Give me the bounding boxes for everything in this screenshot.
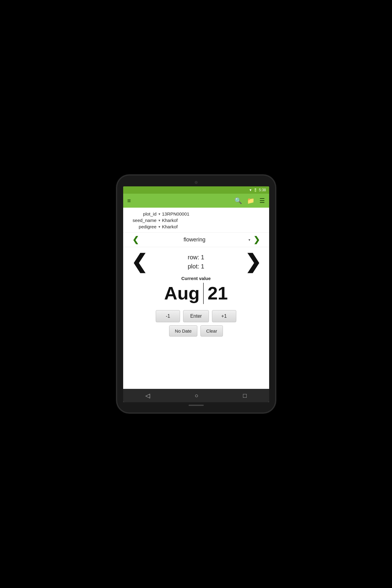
clear-button[interactable]: Clear [200,325,223,337]
plot-id-value: 13RPN00001 [162,211,189,216]
secondary-button-row: No Date Clear [123,324,269,341]
status-bar: ▼ 🔋 5:38 [123,186,269,194]
trait-name-label: flowering [142,237,247,243]
pedigree-label: pedigree [129,224,157,229]
device: ▼ 🔋 5:38 ≡ 🔍 📁 ☰ plot_id ▾ 13RPN00001 [117,175,275,413]
enter-button[interactable]: Enter [183,310,209,322]
seed-name-label: seed_name [129,218,157,223]
primary-button-row: -1 Enter +1 [123,307,269,324]
plot-info: row: 1 plot: 1 [152,253,240,271]
plot-prev-button[interactable]: ❮ [126,252,152,272]
home-indicator [189,405,204,406]
info-row-plot-id: plot_id ▾ 13RPN00001 [129,211,263,216]
trait-next-button[interactable]: ❯ [250,235,263,244]
date-display: Aug 21 [129,283,263,304]
status-icons: ▼ 🔋 5:38 [249,188,266,192]
plot-number: plot: 1 [152,262,240,271]
plot-next-button[interactable]: ❯ [240,252,266,272]
pedigree-value: Kharkof [162,224,178,229]
plus-one-button[interactable]: +1 [212,310,236,322]
info-section: plot_id ▾ 13RPN00001 seed_name ▾ Kharkof… [123,208,269,232]
menu-icon[interactable]: ≡ [127,197,131,204]
recents-button[interactable]: □ [243,392,247,399]
minus-one-button[interactable]: -1 [156,310,180,322]
info-row-pedigree: pedigree ▾ Kharkof [129,224,263,229]
current-value-label: Current value [129,276,263,281]
battery-icon: 🔋 [253,188,258,192]
row-number: row: 1 [152,253,240,262]
content-area: plot_id ▾ 13RPN00001 seed_name ▾ Kharkof… [123,208,269,389]
seed-name-arrow: ▾ [158,218,160,223]
search-icon[interactable]: 🔍 [234,197,242,204]
plot-id-label: plot_id [129,211,157,216]
date-day: 21 [207,284,228,303]
home-button[interactable]: ○ [195,392,198,399]
toolbar: ≡ 🔍 📁 ☰ [123,194,269,208]
plot-navigation: ❮ row: 1 plot: 1 ❯ [123,247,269,274]
plot-id-arrow: ▾ [158,212,160,216]
trait-prev-button[interactable]: ❮ [129,235,142,244]
back-button[interactable]: ◁ [145,392,150,399]
no-date-button[interactable]: No Date [169,325,197,337]
current-value-section: Current value Aug 21 [123,274,269,307]
seed-name-value: Kharkof [162,218,178,223]
date-separator [203,283,204,304]
folder-icon[interactable]: 📁 [247,197,255,204]
navigation-bar: ◁ ○ □ [123,389,269,402]
list-icon[interactable]: ☰ [259,197,265,204]
pedigree-arrow: ▾ [158,225,160,229]
camera [195,181,198,184]
screen: ▼ 🔋 5:38 ≡ 🔍 📁 ☰ plot_id ▾ 13RPN00001 [123,186,269,402]
toolbar-actions: 🔍 📁 ☰ [234,197,265,204]
info-row-seed-name: seed_name ▾ Kharkof [129,218,263,223]
date-month: Aug [164,284,200,303]
time-display: 5:38 [259,188,266,192]
wifi-icon: ▼ [249,188,252,192]
trait-navigation: ❮ flowering ▾ ❯ [123,232,269,247]
